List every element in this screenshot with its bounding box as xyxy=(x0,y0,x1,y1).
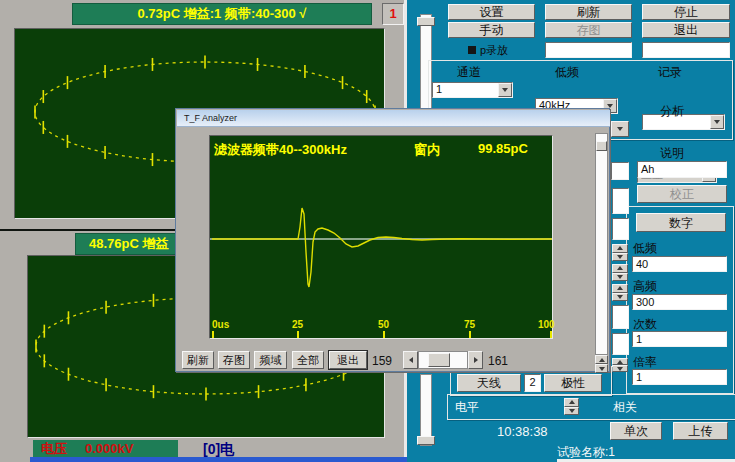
digital-lowfreq-value: 40 xyxy=(636,258,648,270)
partial-field[interactable] xyxy=(612,188,629,214)
tf-window-title: T_F Analyzer xyxy=(184,113,237,123)
antenna-value: 2 xyxy=(529,376,535,388)
voltage-value: 0.000kV xyxy=(85,440,133,457)
gain-slider-thumb-1[interactable] xyxy=(417,17,435,26)
note-field[interactable]: Ah xyxy=(637,161,727,178)
chevron-down-icon[interactable] xyxy=(710,115,724,129)
record-label: 记录 xyxy=(658,64,682,81)
tf-window-label: 窗内 xyxy=(414,141,440,159)
p-playback-checkbox[interactable]: p录放 xyxy=(468,43,538,57)
axis-tick-25: 25 xyxy=(292,319,303,330)
tf-vscrollbar[interactable] xyxy=(595,133,608,355)
digital-lowfreq-label: 低频 xyxy=(633,240,657,257)
partial-field[interactable] xyxy=(612,218,629,240)
digital-ratio-field[interactable]: 1 xyxy=(632,369,727,385)
scroll-left-icon[interactable] xyxy=(403,351,418,369)
scope2-header-text: 48.76pC 增益 xyxy=(89,236,168,251)
calibrate-button[interactable]: 校正 xyxy=(637,185,727,203)
tf-exit-button[interactable]: 退出 xyxy=(329,351,367,369)
analysis-label: 分析 xyxy=(660,103,684,120)
polarity-button[interactable]: 极性 xyxy=(544,374,602,392)
level-spinner[interactable] xyxy=(564,398,579,415)
refresh-button[interactable]: 刷新 xyxy=(545,4,632,20)
antenna-button[interactable]: 天线 xyxy=(457,374,521,392)
scope1-header: 0.73pC 增益:1 频带:40-300 √ xyxy=(72,3,372,25)
digital-highfreq-field[interactable]: 300 xyxy=(632,294,727,310)
save-image-button[interactable]: 存图 xyxy=(545,22,632,38)
voltage-label: 电压 xyxy=(41,440,67,457)
stop-button[interactable]: 停止 xyxy=(642,4,730,20)
voltage-strip: 电压 0.000kV xyxy=(33,440,178,458)
settings-button[interactable]: 设置 xyxy=(448,4,535,20)
tf-waveform-display: 滤波器频带40--300kHz 窗内 99.85pC 0us 25 50 75 … xyxy=(209,135,553,339)
partial-field[interactable] xyxy=(612,333,629,355)
axis-tick-0us: 0us xyxy=(212,319,229,330)
antenna-value-field[interactable]: 2 xyxy=(524,374,541,392)
blank-field-2[interactable] xyxy=(642,42,730,58)
digital-highfreq-value: 300 xyxy=(636,296,654,308)
tf-hscrollbar-thumb[interactable] xyxy=(428,353,450,367)
clock: 10:38:38 xyxy=(497,424,548,439)
tf-analyzer-window[interactable]: T_F Analyzer 滤波器频带40--300kHz 窗内 99.85pC … xyxy=(175,108,610,372)
related-label: 相关 xyxy=(613,399,637,416)
tf-scroll-right-value: 161 xyxy=(488,354,508,368)
note-label: 说明 xyxy=(660,145,684,162)
axis-tick-100: 100 xyxy=(538,319,555,330)
chevron-down-icon[interactable] xyxy=(498,83,512,97)
scroll-up-icon[interactable] xyxy=(595,355,608,364)
exit-button[interactable]: 退出 xyxy=(642,22,730,38)
partial-spinner[interactable] xyxy=(612,244,628,261)
axis-tick-75: 75 xyxy=(464,319,475,330)
scroll-right-icon[interactable] xyxy=(468,351,483,369)
partial-field[interactable] xyxy=(611,162,629,180)
level-group-box xyxy=(447,394,735,420)
upload-button[interactable]: 上传 xyxy=(673,422,728,440)
partial-spinner[interactable] xyxy=(612,284,628,301)
digital-lowfreq-field[interactable]: 40 xyxy=(632,256,727,272)
partial-spinner[interactable] xyxy=(612,264,628,281)
tf-filter-text: 滤波器频带40--300kHz xyxy=(214,141,347,159)
scope1-header-text: 0.73pC 增益:1 频带:40-300 √ xyxy=(138,6,307,21)
partial-field[interactable] xyxy=(612,305,629,329)
bottom-blue-strip xyxy=(30,457,407,462)
gain-slider-thumb-2[interactable] xyxy=(417,436,435,445)
digital-highfreq-label: 高频 xyxy=(633,278,657,295)
channel-select[interactable]: 1 xyxy=(432,82,513,98)
tf-charge-value: 99.85pC xyxy=(478,141,528,156)
tf-freq-domain-button[interactable]: 频域 xyxy=(254,351,287,369)
level-label: 电平 xyxy=(455,399,479,416)
channel-tag: [0]电 xyxy=(203,441,273,458)
app-root: 0.73pC 增益:1 频带:40-300 √ 1 48.76pC 增益 电压 … xyxy=(0,0,735,462)
note-field-value: Ah xyxy=(641,163,654,175)
tf-refresh-button[interactable]: 刷新 xyxy=(182,351,214,369)
spinner-up-icon[interactable] xyxy=(564,398,579,407)
single-shot-button[interactable]: 单次 xyxy=(610,422,662,440)
channel-tag-text: [0]电 xyxy=(203,441,234,457)
tf-all-button[interactable]: 全部 xyxy=(292,351,324,369)
manual-button[interactable]: 手动 xyxy=(448,22,535,38)
tf-title-bar[interactable]: T_F Analyzer xyxy=(177,110,610,127)
tf-scroll-left-value: 159 xyxy=(372,354,392,368)
tf-waveform xyxy=(210,136,552,338)
blank-field-1[interactable] xyxy=(545,42,632,58)
spinner-down-icon[interactable] xyxy=(564,407,579,416)
channel-label: 通道 xyxy=(457,64,481,81)
channel-select-value: 1 xyxy=(436,83,442,95)
p-playback-label: p录放 xyxy=(480,43,508,58)
checkbox-box-icon xyxy=(468,46,476,54)
digital-ratio-value: 1 xyxy=(636,371,642,383)
scope1-badge-text: 1 xyxy=(389,6,396,21)
scope1-channel-badge: 1 xyxy=(382,3,404,25)
tf-vscrollbar-thumb[interactable] xyxy=(596,141,607,151)
lowfreq-label: 低频 xyxy=(555,64,579,81)
digital-button[interactable]: 数字 xyxy=(636,213,726,232)
tf-save-image-button[interactable]: 存图 xyxy=(218,351,250,369)
digital-count-field[interactable]: 1 xyxy=(632,331,727,347)
digital-count-value: 1 xyxy=(636,333,642,345)
scroll-down-icon[interactable] xyxy=(595,364,608,373)
axis-tick-50: 50 xyxy=(378,319,389,330)
partial-spinner[interactable] xyxy=(612,358,628,372)
partial-combo-arrow[interactable] xyxy=(611,121,629,137)
